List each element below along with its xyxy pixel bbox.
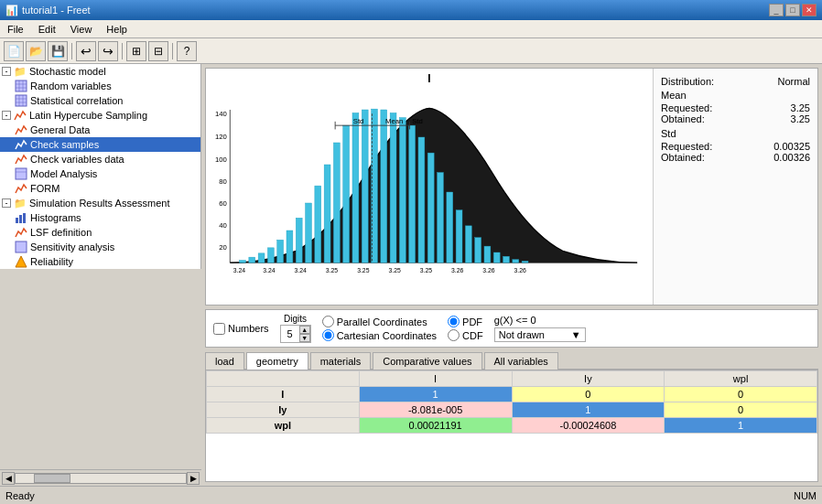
menu-file[interactable]: File xyxy=(0,22,31,37)
grid2-button[interactable]: ⊟ xyxy=(148,41,168,61)
tree-label: LSF definition xyxy=(30,227,92,238)
svg-text:60: 60 xyxy=(219,199,227,208)
svg-rect-10 xyxy=(16,168,27,179)
left-panel-wrapper: - 📁 Stochastic model Random variables St… xyxy=(0,64,201,469)
undo-button[interactable]: ↩ xyxy=(76,41,96,61)
svg-text:120: 120 xyxy=(215,133,227,141)
grid-icon xyxy=(15,167,27,180)
toggle-stochastic[interactable]: - xyxy=(2,67,11,76)
spin-down[interactable]: ▼ xyxy=(299,334,310,342)
tree-label: Check variables data xyxy=(30,154,124,165)
title-bar-buttons: _ □ ✕ xyxy=(769,4,817,16)
tab-geometry[interactable]: geometry xyxy=(246,352,308,370)
obt-val1: 3.25 xyxy=(791,113,810,124)
tree-item-reliability[interactable]: Reliability xyxy=(0,254,200,269)
tree-item-general-data[interactable]: General Data xyxy=(0,123,200,137)
tab-comparative[interactable]: Comparative values xyxy=(373,352,481,370)
svg-rect-38 xyxy=(352,113,359,263)
tree-item-check-vars[interactable]: Check variables data xyxy=(0,152,200,166)
tree-item-stat-corr[interactable]: Statistical correlation xyxy=(0,93,200,108)
left-section: - 📁 Stochastic model Random variables St… xyxy=(0,64,201,486)
pdf-cdf-group: PDF CDF xyxy=(448,316,483,341)
svg-rect-52 xyxy=(484,246,491,263)
tab-load[interactable]: load xyxy=(205,352,244,370)
open-button[interactable]: 📂 xyxy=(26,41,46,61)
obt-label2: Obtained: xyxy=(661,152,705,163)
cartesian-label: Cartesian Coordinates xyxy=(337,330,437,341)
parallel-coords-radio[interactable]: Parallel Coordinates xyxy=(322,316,437,327)
svg-rect-54 xyxy=(503,256,510,263)
numbers-checkbox-group: Numbers xyxy=(213,323,269,335)
controls-area: Numbers Digits 5 ▲ ▼ Parallel Coordinate… xyxy=(205,309,818,348)
tree-label: General Data xyxy=(30,124,90,135)
menu-view[interactable]: View xyxy=(63,22,100,37)
svg-rect-35 xyxy=(324,165,330,263)
scroll-thumb[interactable] xyxy=(34,474,70,483)
menu-help[interactable]: Help xyxy=(99,22,135,37)
data-table: I Iy wpl I 1 0 0 Iy -8.081e-005 xyxy=(206,370,817,434)
tree-item-lsf[interactable]: LSF definition xyxy=(0,225,200,240)
tree-item-stochastic[interactable]: - 📁 Stochastic model xyxy=(0,64,200,79)
tree-label: Model Analysis xyxy=(30,168,97,179)
help-button[interactable]: ? xyxy=(177,41,197,61)
menu-edit[interactable]: Edit xyxy=(31,22,63,37)
tab-materials[interactable]: materials xyxy=(310,352,372,370)
cell-I-I: 1 xyxy=(359,387,512,402)
minimize-button[interactable]: _ xyxy=(769,4,784,16)
close-button[interactable]: ✕ xyxy=(802,4,817,16)
pdf-radio[interactable]: PDF xyxy=(448,316,483,327)
toggle-sim[interactable]: - xyxy=(2,198,11,208)
row-label-I: I xyxy=(207,387,360,402)
col-header-wpl: wpl xyxy=(665,371,817,387)
tree-item-histograms[interactable]: Histograms xyxy=(0,210,200,225)
cartesian-coords-radio[interactable]: Cartesian Coordinates xyxy=(322,329,437,341)
tree-item-random-vars[interactable]: Random variables xyxy=(0,79,200,93)
scroll-track[interactable] xyxy=(15,473,187,484)
cell-Iy-I: -8.081e-005 xyxy=(359,402,512,418)
svg-rect-27 xyxy=(249,257,255,263)
new-button[interactable]: 📄 xyxy=(4,41,24,61)
cell-I-Iy: 0 xyxy=(512,387,665,402)
svg-rect-29 xyxy=(267,248,274,263)
svg-rect-32 xyxy=(296,218,302,263)
window-title: tutorial1 - Freet xyxy=(22,5,91,16)
tree-label: FORM xyxy=(30,183,59,194)
app-icon: 📊 xyxy=(5,5,18,16)
mean-label: Mean xyxy=(661,90,810,101)
chart-title: I xyxy=(210,72,649,85)
svg-text:3.24: 3.24 xyxy=(233,267,246,273)
numbers-checkbox[interactable] xyxy=(213,323,225,335)
cdf-radio[interactable]: CDF xyxy=(448,329,483,341)
tree-item-sim-results[interactable]: - 📁 Simulation Results Assessment xyxy=(0,196,200,210)
grid1-button[interactable]: ⊞ xyxy=(126,41,146,61)
maximize-button[interactable]: □ xyxy=(785,4,800,16)
save-button[interactable]: 💾 xyxy=(48,41,68,61)
tree-item-model-analysis[interactable]: Model Analysis xyxy=(0,166,200,181)
toggle-lhs[interactable]: - xyxy=(2,111,11,120)
tree-item-form[interactable]: FORM xyxy=(0,181,200,196)
tab-all-variables[interactable]: All variables xyxy=(484,352,558,370)
main-content: - 📁 Stochastic model Random variables St… xyxy=(0,64,822,486)
svg-rect-43 xyxy=(399,118,406,263)
tree-item-lhs[interactable]: - Latin Hypercube Sampling xyxy=(0,108,200,123)
title-bar-left: 📊 tutorial1 - Freet xyxy=(5,5,91,16)
spin-up[interactable]: ▲ xyxy=(299,326,310,334)
spin-buttons: ▲ ▼ xyxy=(299,326,310,342)
separator-2 xyxy=(122,43,123,59)
tree-item-sensitivity[interactable]: Sensitivity analysis xyxy=(0,240,200,254)
svg-text:3.26: 3.26 xyxy=(514,267,527,273)
triangle-icon xyxy=(15,255,27,268)
svg-rect-28 xyxy=(258,253,265,263)
tree-label: Statistical correlation xyxy=(30,95,124,106)
status-num: NUM xyxy=(794,490,817,501)
tree-item-check-samples[interactable]: Check samples xyxy=(0,137,200,152)
status-bar: Ready NUM xyxy=(0,486,822,504)
tabs-row: load geometry materials Comparative valu… xyxy=(205,351,818,370)
dropdown-arrow-icon: ▼ xyxy=(571,329,581,340)
svg-rect-15 xyxy=(16,241,27,252)
scroll-left[interactable]: ◀ xyxy=(2,472,15,485)
menu-bar: File Edit View Help xyxy=(0,20,822,38)
scroll-right[interactable]: ▶ xyxy=(187,472,200,485)
g-dropdown[interactable]: Not drawn ▼ xyxy=(494,327,586,342)
redo-button[interactable]: ↪ xyxy=(98,41,118,61)
